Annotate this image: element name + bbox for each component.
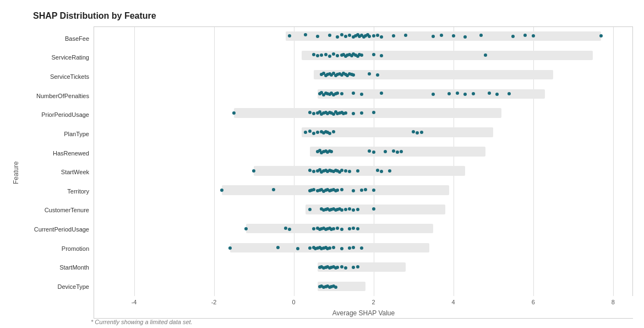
shap-dot <box>332 52 335 56</box>
shap-dot <box>456 92 459 95</box>
y-feature-label: CurrentPeriodUsage <box>22 226 94 233</box>
shap-dot <box>284 227 287 230</box>
shap-dot <box>336 92 339 95</box>
shap-dot <box>340 265 343 268</box>
shap-dot <box>308 169 312 172</box>
x-axis: -4-202468Average SHAP Value <box>94 296 633 318</box>
plot-right-border <box>632 26 633 296</box>
shap-dot <box>352 227 355 230</box>
shap-dot <box>364 188 367 191</box>
shap-dot <box>352 73 355 77</box>
shap-dot <box>304 131 307 134</box>
y-axis-label: Feature <box>11 26 21 319</box>
x-axis-title: Average SHAP Value <box>94 309 633 317</box>
shap-dot <box>340 247 343 250</box>
shap-dot <box>332 227 335 230</box>
shap-dot <box>308 130 312 133</box>
shap-dot <box>340 228 343 231</box>
grid-line <box>134 26 135 296</box>
shap-dot <box>340 208 343 212</box>
shap-dot <box>228 246 232 250</box>
shap-dot <box>344 266 347 270</box>
plot-top-border <box>94 26 633 27</box>
shap-dot <box>348 34 351 37</box>
shap-dot <box>404 34 407 37</box>
shap-dot <box>360 189 363 192</box>
shap-dot <box>368 149 371 153</box>
shap-dot <box>372 150 375 154</box>
footnote: * Currently showing a limited data set. <box>91 319 193 325</box>
shap-dot <box>348 227 351 230</box>
y-feature-label: HasRenewed <box>22 150 94 157</box>
shap-dot <box>392 34 395 37</box>
shap-dot <box>599 34 603 37</box>
shap-dot <box>316 54 319 57</box>
shap-dot <box>332 246 335 249</box>
shap-dot <box>344 111 347 115</box>
shap-dot <box>532 34 535 37</box>
shap-dot <box>252 169 255 173</box>
shap-dot <box>380 35 383 39</box>
x-tick-label: 6 <box>532 299 535 305</box>
x-tick-label: 2 <box>372 299 375 305</box>
shap-dot <box>220 189 223 192</box>
y-feature-label: BaseFee <box>22 35 94 42</box>
shap-dot <box>312 188 315 191</box>
y-feature-labels: BaseFeeServiceRatingServiceTicketsNumber… <box>22 26 94 319</box>
shap-dot <box>412 130 415 133</box>
shap-dot <box>288 228 291 231</box>
shap-dot <box>360 93 363 96</box>
shap-dot <box>324 53 328 56</box>
shap-dot <box>384 150 387 153</box>
y-feature-label: PriorPeriodUsage <box>22 111 94 119</box>
shap-dot <box>463 35 467 39</box>
shap-dot <box>372 53 375 56</box>
y-feature-label: StartMonth <box>22 264 94 271</box>
shap-dot <box>340 33 343 36</box>
shap-dot <box>376 73 379 77</box>
shap-dot <box>472 92 475 95</box>
shap-dot <box>312 227 315 230</box>
feature-bar <box>254 166 465 175</box>
grid-line <box>214 26 215 296</box>
shap-dot <box>356 169 359 173</box>
shap-dot <box>523 34 527 37</box>
shap-dot <box>447 92 451 95</box>
shap-dot <box>380 170 383 173</box>
shap-dot <box>296 247 299 250</box>
shap-dot <box>488 92 491 95</box>
chart-container: SHAP Distribution by Feature Feature Bas… <box>0 0 644 328</box>
chart-title: SHAP Distribution by Feature <box>33 11 633 21</box>
shap-dot <box>463 93 467 96</box>
shap-dot <box>336 227 339 230</box>
shap-dot <box>507 92 511 95</box>
shap-dot <box>368 72 371 76</box>
chart-area: Feature BaseFeeServiceRatingServiceTicke… <box>11 26 633 319</box>
grid-lines <box>94 26 633 296</box>
shap-dot <box>344 208 347 211</box>
shap-dot <box>336 35 339 39</box>
shap-dot <box>368 35 371 38</box>
x-tick-label: 4 <box>452 299 455 305</box>
shap-dot <box>356 265 359 268</box>
shap-dot <box>372 189 375 192</box>
shap-dot <box>312 132 315 135</box>
shap-dot <box>344 169 347 173</box>
shap-dot <box>360 111 363 115</box>
y-feature-label: CustomerTenure <box>22 207 94 214</box>
shap-dot <box>312 112 315 115</box>
grid-line <box>294 26 294 296</box>
shap-dot <box>336 266 339 269</box>
shap-dot <box>308 208 312 211</box>
shap-dot <box>352 112 355 115</box>
shap-dot <box>340 169 343 172</box>
y-feature-label: ServiceTickets <box>22 73 94 80</box>
shap-dot <box>308 246 312 250</box>
shap-dot <box>352 189 355 192</box>
shap-dot <box>348 207 351 211</box>
y-feature-label: Territory <box>22 188 94 195</box>
shap-dot <box>416 131 419 135</box>
shap-dot <box>312 170 315 173</box>
x-tick-label: -2 <box>211 299 217 305</box>
shap-dot <box>372 34 375 37</box>
